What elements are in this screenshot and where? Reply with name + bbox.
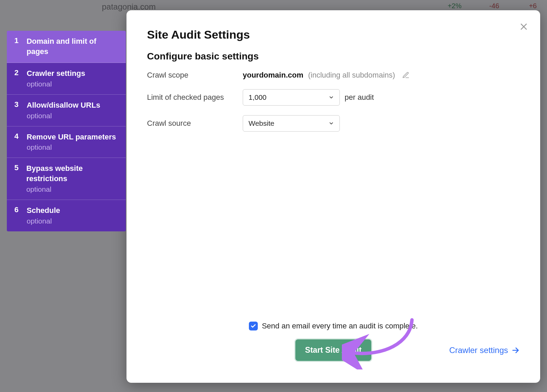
step-domain-and-limit[interactable]: 1 Domain and limit of pages xyxy=(7,31,126,63)
step-optional: optional xyxy=(27,217,60,225)
site-audit-settings-modal: Site Audit Settings Configure basic sett… xyxy=(126,10,540,383)
modal-subtitle: Configure basic settings xyxy=(147,51,520,62)
step-label: Allow/disallow URLs xyxy=(27,100,100,110)
step-optional: optional xyxy=(27,143,116,151)
start-site-audit-button[interactable]: Start Site Audit xyxy=(295,339,371,361)
step-number: 3 xyxy=(14,100,19,120)
modal-title: Site Audit Settings xyxy=(147,28,520,41)
step-schedule[interactable]: 6 Schedule optional xyxy=(7,200,126,231)
crawl-scope-row: Crawl scope yourdomain.com (including al… xyxy=(147,71,520,80)
chevron-down-icon xyxy=(329,95,334,100)
settings-form: Crawl scope yourdomain.com (including al… xyxy=(147,71,520,132)
limit-unit: per audit xyxy=(345,93,374,102)
limit-select-value: 1,000 xyxy=(249,93,267,102)
crawl-scope-domain: yourdomain.com xyxy=(243,71,303,80)
crawl-source-select[interactable]: Website xyxy=(243,115,340,132)
step-label: Crawler settings xyxy=(27,68,85,79)
step-number: 1 xyxy=(14,36,19,56)
step-number: 5 xyxy=(14,163,19,193)
step-optional: optional xyxy=(27,112,100,120)
step-label: Remove URL parameters xyxy=(27,132,116,142)
next-link-label: Crawler settings xyxy=(449,346,508,355)
pencil-icon xyxy=(402,71,410,79)
step-label: Schedule xyxy=(27,205,60,216)
step-allow-disallow-urls[interactable]: 3 Allow/disallow URLs optional xyxy=(7,95,126,126)
crawl-scope-label: Crawl scope xyxy=(147,71,243,80)
step-number: 6 xyxy=(14,205,19,225)
step-bypass-website-restrictions[interactable]: 5 Bypass website restrictions optional xyxy=(7,158,126,200)
email-checkbox[interactable] xyxy=(249,322,258,330)
step-label: Bypass website restrictions xyxy=(26,163,118,184)
limit-select[interactable]: 1,000 xyxy=(243,89,340,106)
step-number: 4 xyxy=(14,132,19,152)
crawl-scope-note: (including all subdomains) xyxy=(308,71,395,80)
close-button[interactable] xyxy=(517,20,531,33)
email-checkbox-label: Send an email every time an audit is com… xyxy=(262,322,418,330)
step-optional: optional xyxy=(27,80,85,88)
arrow-right-icon xyxy=(511,346,520,354)
chevron-down-icon xyxy=(329,121,334,126)
step-crawler-settings[interactable]: 2 Crawler settings optional xyxy=(7,63,126,95)
crawl-source-row: Crawl source Website xyxy=(147,115,520,132)
edit-crawl-scope-button[interactable] xyxy=(402,71,410,79)
step-number: 2 xyxy=(14,68,19,88)
wizard-step-sidebar: 1 Domain and limit of pages 2 Crawler se… xyxy=(7,31,126,231)
crawler-settings-link[interactable]: Crawler settings xyxy=(449,346,520,355)
step-optional: optional xyxy=(26,185,118,193)
limit-row: Limit of checked pages 1,000 per audit xyxy=(147,89,520,106)
step-label: Domain and limit of pages xyxy=(27,36,118,56)
crawl-source-label: Crawl source xyxy=(147,119,243,128)
close-icon xyxy=(519,22,528,31)
crawl-source-value: Website xyxy=(249,119,274,127)
email-notification-row: Send an email every time an audit is com… xyxy=(249,322,418,330)
step-remove-url-parameters[interactable]: 4 Remove URL parameters optional xyxy=(7,126,126,158)
check-icon xyxy=(251,323,256,329)
limit-label: Limit of checked pages xyxy=(147,93,243,102)
